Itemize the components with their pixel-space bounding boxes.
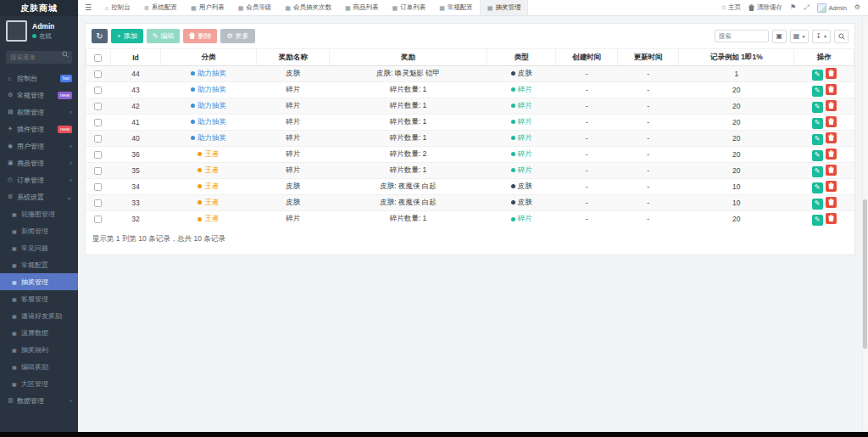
row-checkbox[interactable] [94,151,102,159]
row-checkbox[interactable] [94,183,102,191]
row-delete-button[interactable] [826,84,837,95]
select-all-checkbox[interactable] [94,54,102,62]
table-row: 36王者碎片碎片数量: 2碎片--20✎ [86,147,854,163]
sidebar-subitem-region[interactable]: ▦大区管理 [0,375,78,392]
row-checkbox[interactable] [94,135,102,143]
export-dropdown-button[interactable]: ↧▼ [812,30,831,43]
table-search-input[interactable] [715,30,769,42]
row-checkbox[interactable] [94,87,102,94]
tab-goods-list[interactable]: ▦商品列表 [338,0,386,15]
sidebar-subitem-banner[interactable]: ▦轮播图管理 [0,205,78,222]
row-edit-button[interactable]: ✎ [812,215,823,226]
sidebar-item-dashboard[interactable]: ⌂控制台hot [0,70,78,87]
view-toggle-button[interactable]: ▣ [772,30,787,43]
sidebar-item-label: 数据管理 [17,396,70,406]
sidebar-item-system[interactable]: ⚙系统设置⌄ [0,188,78,205]
row-delete-button[interactable] [826,197,837,208]
edit-button[interactable]: ✎编辑 [147,29,181,43]
search-button[interactable] [834,30,849,43]
tab-system-config[interactable]: ⚙系统配置 [137,0,184,15]
sidebar-item-order[interactable]: ⎙订单管理‹ [0,171,78,188]
sidebar-item-user[interactable]: ◉用户管理‹ [0,137,78,154]
columns-dropdown-button[interactable]: ▦▼ [790,30,810,43]
tab-lottery-manage[interactable]: ▦抽奖管理 [480,0,529,15]
type-dot-icon [511,104,515,108]
sidebar-item-addon[interactable]: ✈插件管理new [0,120,78,137]
row-delete-button[interactable] [826,181,837,192]
type-label: 碎片 [518,165,532,174]
sidebar-item-auth[interactable]: ▤权限管理‹ [0,104,78,120]
refresh-button[interactable]: ↻ [92,29,108,43]
sidebar-subitem-news[interactable]: ▦新闻管理 [0,222,78,239]
sidebar-subitem-faq[interactable]: ▦常见问题 [0,239,78,256]
cell-created: - [556,131,617,147]
clear-cache-button[interactable]: 清除缓存 [748,3,782,12]
sidebar-subitem-config[interactable]: ▦常规配置 [0,256,78,273]
row-checkbox[interactable] [94,119,102,126]
sidebar-subitem-invite-reward[interactable]: ▦邀请好友奖励 [0,307,78,324]
row-edit-button[interactable]: ✎ [812,182,823,193]
sidebar-menu: ⌂控制台hot⚙常规管理new▤权限管理‹✈插件管理new◉用户管理‹▣商品管理… [0,70,78,409]
cell-category: 助力抽奖 [160,115,256,131]
submenu-icon: ▦ [12,228,21,234]
row-checkbox[interactable] [94,70,102,78]
tab-member-level[interactable]: ▦会员等级 [231,0,279,15]
row-edit-button[interactable]: ✎ [812,102,823,113]
delete-button[interactable]: 删除 [183,29,217,43]
cell-created: - [556,179,617,195]
sidebar-subitem-lottery[interactable]: ▦抽奖管理 [0,273,78,290]
row-checkbox[interactable] [94,167,102,175]
sidebar-item-goods[interactable]: ▣商品管理‹ [0,154,78,171]
row-delete-button[interactable] [826,148,837,160]
row-edit-button[interactable]: ✎ [812,150,823,161]
menu-toggle-icon[interactable]: ☰ [78,3,98,12]
gear-icon: ⚙ [8,193,17,200]
trash-icon [828,150,834,157]
row-edit-button[interactable]: ✎ [812,166,823,177]
sidebar-subitem-lottery-welfare[interactable]: ▦抽奖福利 [0,341,78,358]
user-avatar[interactable] [6,20,27,42]
category-dot-icon [198,184,202,188]
add-button[interactable]: +添加 [111,29,143,43]
tab-dashboard[interactable]: ⌂控制台 [98,0,137,15]
table-row: 40助力抽奖碎片碎片数量: 1碎片--20✎ [86,131,854,147]
submenu-icon: ▦ [12,381,21,387]
row-delete-button[interactable] [826,100,837,111]
tab-member-lottery-times[interactable]: ▦会员抽奖次数 [278,0,338,15]
row-edit-button[interactable]: ✎ [812,199,823,210]
category-dot-icon [198,200,202,204]
admin-menu[interactable]: Admin [817,3,847,13]
tab-user-list[interactable]: ▦用户列表 [184,0,231,15]
table-icon: ▦ [285,5,291,11]
sidebar-item-general[interactable]: ⚙常规管理new [0,87,78,104]
sidebar-subitem-edit-reward[interactable]: ▦编辑奖励 [0,358,78,375]
cell-reward: 碎片数量: 1 [330,131,487,147]
tab-general-config[interactable]: ▦常规配置 [432,0,480,15]
table-icon: ▦ [392,5,398,11]
row-edit-button[interactable]: ✎ [812,118,823,129]
cell-id: 35 [110,163,160,179]
row-edit-button[interactable]: ✎ [812,134,823,145]
row-checkbox[interactable] [94,199,102,207]
sidebar-subitem-label: 客服管理 [21,294,72,304]
home-link[interactable]: ⌂ 主页 [721,3,741,12]
row-edit-button[interactable]: ✎ [812,86,823,97]
sidebar-subitem-scroll-data[interactable]: ▦滚屏数据 [0,324,78,341]
tab-order-list[interactable]: ▦订单列表 [386,0,433,15]
row-checkbox[interactable] [94,103,102,110]
row-delete-button[interactable] [826,165,837,176]
database-icon: ▥ [8,397,17,404]
more-button[interactable]: ⚙更多 [220,29,254,43]
cell-created: - [556,98,617,115]
sidebar-subitem-service[interactable]: ▦客服管理 [0,290,78,307]
scrollbar-thumb[interactable] [863,199,867,349]
cell-id: 36 [110,147,160,163]
row-delete-button[interactable] [826,213,837,224]
sidebar-item-database[interactable]: ▥数据管理‹ [0,392,78,409]
row-checkbox[interactable] [94,216,102,223]
row-delete-button[interactable] [826,116,837,127]
row-delete-button[interactable] [826,132,837,143]
scrollbar-track[interactable] [862,17,868,432]
row-delete-button[interactable] [826,68,837,79]
row-edit-button[interactable]: ✎ [812,70,823,81]
